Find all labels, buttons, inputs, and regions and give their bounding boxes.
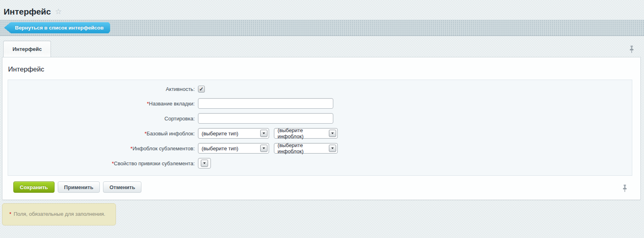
cancel-button[interactable]: Отменить bbox=[103, 181, 142, 193]
form-container: Интерфейс Активность: ✓ *Название вкладк… bbox=[2, 57, 641, 200]
page-title: Интерфейс bbox=[4, 7, 51, 17]
required-asterisk: * bbox=[9, 211, 11, 217]
form-row-activity: Активность: ✓ bbox=[8, 86, 632, 93]
field-label: Активность: bbox=[8, 86, 198, 92]
chevron-down-icon bbox=[329, 145, 336, 152]
form-row-link-property: *Свойство привязки субэлемента: bbox=[8, 158, 632, 168]
required-fields-note: * Поля, обязательные для заполнения. bbox=[2, 203, 116, 225]
field-label: *Название вкладки: bbox=[8, 101, 198, 107]
form-row-sort: Сортировка: bbox=[8, 113, 632, 124]
base-iblock-select[interactable]: (выберите инфоблок) bbox=[274, 128, 338, 139]
select-value: (выберите тип) bbox=[202, 131, 238, 137]
select-value: (выберите тип) bbox=[202, 145, 238, 152]
field-label: *Свойство привязки субэлемента: bbox=[8, 160, 198, 166]
sub-iblock-type-select[interactable]: (выберите тип) bbox=[198, 143, 269, 154]
field-label: Сортировка: bbox=[8, 116, 198, 122]
tab-label: Интерфейс bbox=[13, 46, 42, 52]
apply-button[interactable]: Применить bbox=[58, 181, 100, 193]
form-row-base-iblock: *Базовый инфоблок: (выберите тип) (выбер… bbox=[8, 128, 632, 139]
form-row-sub-iblock: *Инфоблок субэлементов: (выберите тип) (… bbox=[8, 143, 632, 154]
chevron-down-icon bbox=[260, 145, 267, 152]
tab-interface[interactable]: Интерфейс bbox=[3, 41, 51, 57]
chevron-down-icon bbox=[329, 130, 336, 137]
select-value: (выберите инфоблок) bbox=[278, 127, 329, 139]
pushpin-icon bbox=[629, 46, 634, 53]
activity-checkbox[interactable]: ✓ bbox=[198, 86, 205, 93]
page-header: Интерфейс ☆ bbox=[0, 0, 644, 19]
tab-bar: Интерфейс bbox=[0, 41, 644, 57]
select-value: (выберите инфоблок) bbox=[278, 142, 329, 154]
required-note-text: Поля, обязательные для заполнения. bbox=[14, 211, 105, 217]
form-buttons-row: Сохранить Применить Отменить bbox=[2, 176, 640, 200]
pin-icon-bottom[interactable] bbox=[622, 185, 627, 192]
form-row-tab-name: *Название вкладки: bbox=[8, 98, 632, 109]
back-to-list-button[interactable]: Вернуться в список интерфейсов bbox=[4, 22, 110, 34]
base-iblock-type-select[interactable]: (выберите тип) bbox=[198, 128, 269, 139]
chevron-down-icon bbox=[260, 130, 267, 137]
sub-iblock-select[interactable]: (выберите инфоблок) bbox=[274, 143, 338, 154]
save-button[interactable]: Сохранить bbox=[13, 181, 55, 193]
field-label: *Базовый инфоблок: bbox=[8, 131, 198, 137]
form-panel: Активность: ✓ *Название вкладки: Сортиро… bbox=[8, 80, 632, 176]
field-label: *Инфоблок субэлементов: bbox=[8, 145, 198, 152]
tab-name-input[interactable] bbox=[198, 98, 333, 109]
link-property-select[interactable] bbox=[198, 158, 211, 168]
pin-icon-top[interactable] bbox=[629, 46, 634, 53]
form-heading: Интерфейс bbox=[8, 65, 640, 74]
pushpin-icon bbox=[622, 185, 627, 192]
sort-input[interactable] bbox=[198, 113, 333, 124]
favorite-star-icon[interactable]: ☆ bbox=[55, 8, 62, 15]
chevron-down-icon bbox=[201, 160, 208, 167]
toolbar: Вернуться в список интерфейсов bbox=[0, 19, 644, 36]
